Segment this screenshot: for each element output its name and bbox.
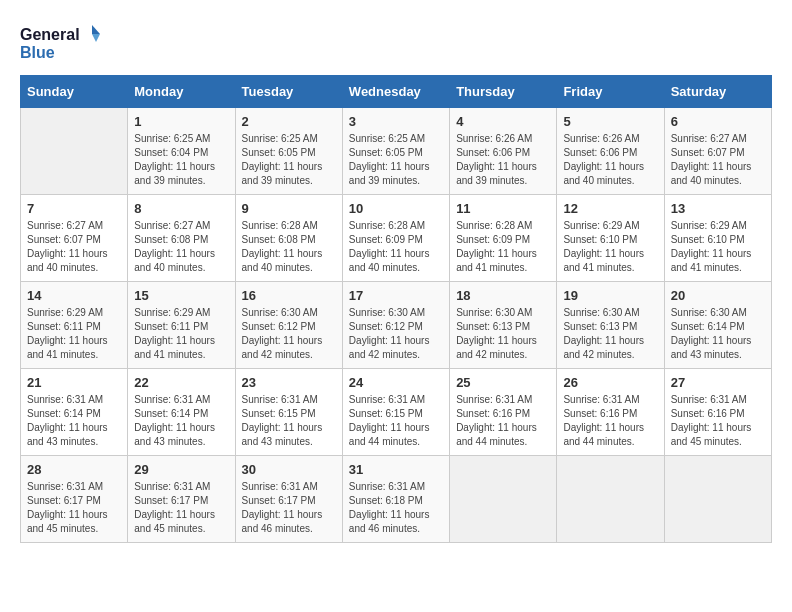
day-number: 8 bbox=[134, 201, 228, 216]
week-row-3: 14Sunrise: 6:29 AMSunset: 6:11 PMDayligh… bbox=[21, 282, 772, 369]
day-cell: 22Sunrise: 6:31 AMSunset: 6:14 PMDayligh… bbox=[128, 369, 235, 456]
calendar-table: SundayMondayTuesdayWednesdayThursdayFrid… bbox=[20, 75, 772, 543]
week-row-1: 1Sunrise: 6:25 AMSunset: 6:04 PMDaylight… bbox=[21, 108, 772, 195]
day-info: Sunrise: 6:30 AMSunset: 6:14 PMDaylight:… bbox=[671, 306, 765, 362]
day-cell: 13Sunrise: 6:29 AMSunset: 6:10 PMDayligh… bbox=[664, 195, 771, 282]
weekday-header-monday: Monday bbox=[128, 76, 235, 108]
day-cell: 1Sunrise: 6:25 AMSunset: 6:04 PMDaylight… bbox=[128, 108, 235, 195]
day-number: 26 bbox=[563, 375, 657, 390]
week-row-5: 28Sunrise: 6:31 AMSunset: 6:17 PMDayligh… bbox=[21, 456, 772, 543]
day-number: 12 bbox=[563, 201, 657, 216]
day-number: 28 bbox=[27, 462, 121, 477]
day-info: Sunrise: 6:29 AMSunset: 6:10 PMDaylight:… bbox=[671, 219, 765, 275]
day-cell bbox=[664, 456, 771, 543]
day-number: 27 bbox=[671, 375, 765, 390]
day-cell: 9Sunrise: 6:28 AMSunset: 6:08 PMDaylight… bbox=[235, 195, 342, 282]
day-info: Sunrise: 6:31 AMSunset: 6:17 PMDaylight:… bbox=[242, 480, 336, 536]
week-row-2: 7Sunrise: 6:27 AMSunset: 6:07 PMDaylight… bbox=[21, 195, 772, 282]
day-number: 30 bbox=[242, 462, 336, 477]
svg-text:General: General bbox=[20, 26, 80, 43]
day-info: Sunrise: 6:25 AMSunset: 6:05 PMDaylight:… bbox=[242, 132, 336, 188]
day-cell: 21Sunrise: 6:31 AMSunset: 6:14 PMDayligh… bbox=[21, 369, 128, 456]
day-info: Sunrise: 6:28 AMSunset: 6:09 PMDaylight:… bbox=[456, 219, 550, 275]
day-info: Sunrise: 6:31 AMSunset: 6:16 PMDaylight:… bbox=[456, 393, 550, 449]
day-cell: 10Sunrise: 6:28 AMSunset: 6:09 PMDayligh… bbox=[342, 195, 449, 282]
day-number: 18 bbox=[456, 288, 550, 303]
day-cell: 30Sunrise: 6:31 AMSunset: 6:17 PMDayligh… bbox=[235, 456, 342, 543]
day-number: 20 bbox=[671, 288, 765, 303]
svg-marker-2 bbox=[92, 25, 100, 34]
day-number: 25 bbox=[456, 375, 550, 390]
svg-text:Blue: Blue bbox=[20, 44, 55, 61]
day-info: Sunrise: 6:31 AMSunset: 6:15 PMDaylight:… bbox=[242, 393, 336, 449]
day-info: Sunrise: 6:31 AMSunset: 6:16 PMDaylight:… bbox=[563, 393, 657, 449]
page-header: General Blue bbox=[20, 20, 772, 65]
day-info: Sunrise: 6:30 AMSunset: 6:12 PMDaylight:… bbox=[349, 306, 443, 362]
day-cell: 16Sunrise: 6:30 AMSunset: 6:12 PMDayligh… bbox=[235, 282, 342, 369]
day-number: 2 bbox=[242, 114, 336, 129]
weekday-header-wednesday: Wednesday bbox=[342, 76, 449, 108]
weekday-header-friday: Friday bbox=[557, 76, 664, 108]
day-number: 5 bbox=[563, 114, 657, 129]
day-info: Sunrise: 6:28 AMSunset: 6:08 PMDaylight:… bbox=[242, 219, 336, 275]
day-cell: 17Sunrise: 6:30 AMSunset: 6:12 PMDayligh… bbox=[342, 282, 449, 369]
weekday-header-tuesday: Tuesday bbox=[235, 76, 342, 108]
day-number: 4 bbox=[456, 114, 550, 129]
day-cell: 5Sunrise: 6:26 AMSunset: 6:06 PMDaylight… bbox=[557, 108, 664, 195]
day-cell: 12Sunrise: 6:29 AMSunset: 6:10 PMDayligh… bbox=[557, 195, 664, 282]
day-number: 10 bbox=[349, 201, 443, 216]
day-info: Sunrise: 6:30 AMSunset: 6:12 PMDaylight:… bbox=[242, 306, 336, 362]
day-cell: 18Sunrise: 6:30 AMSunset: 6:13 PMDayligh… bbox=[450, 282, 557, 369]
day-info: Sunrise: 6:31 AMSunset: 6:16 PMDaylight:… bbox=[671, 393, 765, 449]
day-number: 19 bbox=[563, 288, 657, 303]
day-cell bbox=[450, 456, 557, 543]
day-number: 14 bbox=[27, 288, 121, 303]
day-cell: 15Sunrise: 6:29 AMSunset: 6:11 PMDayligh… bbox=[128, 282, 235, 369]
weekday-header-row: SundayMondayTuesdayWednesdayThursdayFrid… bbox=[21, 76, 772, 108]
day-info: Sunrise: 6:26 AMSunset: 6:06 PMDaylight:… bbox=[456, 132, 550, 188]
day-info: Sunrise: 6:27 AMSunset: 6:07 PMDaylight:… bbox=[27, 219, 121, 275]
day-cell: 14Sunrise: 6:29 AMSunset: 6:11 PMDayligh… bbox=[21, 282, 128, 369]
weekday-header-saturday: Saturday bbox=[664, 76, 771, 108]
day-info: Sunrise: 6:29 AMSunset: 6:10 PMDaylight:… bbox=[563, 219, 657, 275]
day-number: 31 bbox=[349, 462, 443, 477]
day-info: Sunrise: 6:31 AMSunset: 6:14 PMDaylight:… bbox=[27, 393, 121, 449]
day-number: 1 bbox=[134, 114, 228, 129]
day-cell: 4Sunrise: 6:26 AMSunset: 6:06 PMDaylight… bbox=[450, 108, 557, 195]
day-number: 7 bbox=[27, 201, 121, 216]
day-number: 22 bbox=[134, 375, 228, 390]
day-cell: 2Sunrise: 6:25 AMSunset: 6:05 PMDaylight… bbox=[235, 108, 342, 195]
svg-marker-3 bbox=[92, 34, 100, 42]
day-cell: 28Sunrise: 6:31 AMSunset: 6:17 PMDayligh… bbox=[21, 456, 128, 543]
day-info: Sunrise: 6:27 AMSunset: 6:07 PMDaylight:… bbox=[671, 132, 765, 188]
day-cell: 31Sunrise: 6:31 AMSunset: 6:18 PMDayligh… bbox=[342, 456, 449, 543]
logo-svg: General Blue bbox=[20, 20, 100, 65]
day-number: 6 bbox=[671, 114, 765, 129]
weekday-header-sunday: Sunday bbox=[21, 76, 128, 108]
day-number: 15 bbox=[134, 288, 228, 303]
day-number: 9 bbox=[242, 201, 336, 216]
day-cell: 3Sunrise: 6:25 AMSunset: 6:05 PMDaylight… bbox=[342, 108, 449, 195]
day-cell: 26Sunrise: 6:31 AMSunset: 6:16 PMDayligh… bbox=[557, 369, 664, 456]
day-info: Sunrise: 6:27 AMSunset: 6:08 PMDaylight:… bbox=[134, 219, 228, 275]
day-cell: 20Sunrise: 6:30 AMSunset: 6:14 PMDayligh… bbox=[664, 282, 771, 369]
day-cell: 25Sunrise: 6:31 AMSunset: 6:16 PMDayligh… bbox=[450, 369, 557, 456]
day-info: Sunrise: 6:28 AMSunset: 6:09 PMDaylight:… bbox=[349, 219, 443, 275]
day-cell: 19Sunrise: 6:30 AMSunset: 6:13 PMDayligh… bbox=[557, 282, 664, 369]
day-cell: 23Sunrise: 6:31 AMSunset: 6:15 PMDayligh… bbox=[235, 369, 342, 456]
day-info: Sunrise: 6:25 AMSunset: 6:04 PMDaylight:… bbox=[134, 132, 228, 188]
logo: General Blue bbox=[20, 20, 100, 65]
day-number: 3 bbox=[349, 114, 443, 129]
day-info: Sunrise: 6:25 AMSunset: 6:05 PMDaylight:… bbox=[349, 132, 443, 188]
day-info: Sunrise: 6:30 AMSunset: 6:13 PMDaylight:… bbox=[456, 306, 550, 362]
day-cell bbox=[557, 456, 664, 543]
day-info: Sunrise: 6:31 AMSunset: 6:17 PMDaylight:… bbox=[134, 480, 228, 536]
day-info: Sunrise: 6:29 AMSunset: 6:11 PMDaylight:… bbox=[134, 306, 228, 362]
day-number: 17 bbox=[349, 288, 443, 303]
day-cell: 27Sunrise: 6:31 AMSunset: 6:16 PMDayligh… bbox=[664, 369, 771, 456]
weekday-header-thursday: Thursday bbox=[450, 76, 557, 108]
day-number: 16 bbox=[242, 288, 336, 303]
day-cell: 7Sunrise: 6:27 AMSunset: 6:07 PMDaylight… bbox=[21, 195, 128, 282]
day-cell: 24Sunrise: 6:31 AMSunset: 6:15 PMDayligh… bbox=[342, 369, 449, 456]
day-info: Sunrise: 6:31 AMSunset: 6:15 PMDaylight:… bbox=[349, 393, 443, 449]
